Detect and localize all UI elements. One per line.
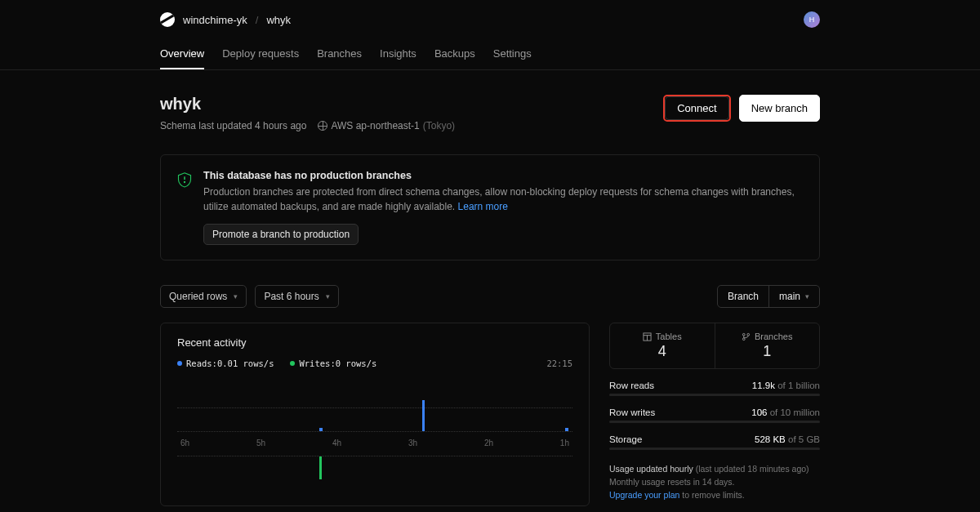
stat-tables-value: 4 [620, 343, 705, 360]
upgrade-suffix: to remove limits. [682, 490, 744, 500]
chevron-down-icon: ▾ [326, 292, 330, 301]
breadcrumb-separator: / [256, 14, 259, 26]
page-title: whyk [160, 95, 455, 114]
upgrade-link[interactable]: Upgrade your plan [609, 490, 679, 500]
branch-label: Branch [718, 286, 769, 307]
avatar[interactable]: H [804, 11, 820, 28]
dot-icon [290, 361, 295, 366]
row-reads-bar [609, 394, 820, 396]
globe-icon [318, 121, 327, 131]
tab-backups[interactable]: Backups [434, 39, 475, 69]
dot-icon [177, 361, 182, 366]
learn-more-link[interactable]: Learn more [458, 201, 508, 212]
shield-icon [177, 171, 192, 188]
svg-point-4 [747, 333, 750, 336]
promote-button[interactable]: Promote a branch to production [203, 224, 359, 245]
row-writes-value: 106 [751, 407, 767, 417]
chart-axis: 6h 5h 4h 3h 2h 1h [177, 439, 572, 447]
branch-select[interactable]: main▾ [769, 286, 819, 307]
metric-select[interactable]: Queried rows▾ [160, 285, 247, 308]
row-reads-value: 11.9k [752, 381, 775, 390]
chart-timestamp: 22:15 [546, 358, 572, 368]
tab-overview[interactable]: Overview [160, 39, 204, 69]
connect-button[interactable]: Connect [665, 96, 728, 120]
usage-note-prefix: Usage updated hourly [609, 464, 693, 474]
schema-updated: Schema last updated 4 hours ago [160, 120, 306, 131]
row-writes-label: Row writes [609, 407, 655, 417]
nav-tabs: Overview Deploy requests Branches Insigh… [160, 39, 820, 69]
row-writes-bar [609, 421, 820, 423]
breadcrumb-org[interactable]: windchime-yk [183, 14, 247, 26]
storage-bar [609, 447, 820, 450]
region: AWS ap-northeast-1 (Tokyo) [318, 120, 455, 131]
stat-branches-value: 1 [725, 343, 810, 360]
no-production-notice: This database has no production branches… [160, 154, 820, 260]
table-icon [643, 332, 652, 341]
usage-reset: Monthly usage resets in 14 days. [609, 477, 735, 487]
branch-icon [742, 332, 751, 341]
tab-deploy-requests[interactable]: Deploy requests [222, 39, 299, 69]
usage-note-suffix: (last updated 18 minutes ago) [696, 464, 809, 474]
stat-tables[interactable]: Tables 4 [610, 323, 715, 368]
svg-point-3 [742, 337, 745, 340]
region-name: AWS ap-northeast-1 [331, 120, 419, 131]
svg-point-2 [742, 333, 745, 336]
tab-insights[interactable]: Insights [380, 39, 416, 69]
storage-value: 528 KB [755, 434, 786, 444]
tab-branches[interactable]: Branches [317, 39, 362, 69]
chevron-down-icon: ▾ [805, 292, 809, 301]
new-branch-button[interactable]: New branch [739, 95, 820, 122]
logo-icon[interactable] [160, 12, 175, 27]
legend-reads: Reads:0.01 rows/s [177, 358, 274, 368]
breadcrumb: windchime-yk / whyk [160, 12, 291, 27]
row-reads-label: Row reads [609, 381, 654, 390]
svg-point-0 [184, 181, 185, 182]
tab-settings[interactable]: Settings [493, 39, 532, 69]
chart-title: Recent activity [177, 336, 572, 349]
chart-writes [177, 456, 572, 492]
connect-highlight: Connect [663, 95, 730, 122]
chart-reads [177, 383, 572, 432]
region-location: (Tokyo) [423, 120, 455, 131]
stat-branches[interactable]: Branches 1 [715, 323, 820, 368]
storage-label: Storage [609, 434, 642, 444]
chevron-down-icon: ▾ [234, 292, 238, 301]
legend-writes: Writes:0 rows/s [290, 358, 376, 368]
window-select[interactable]: Past 6 hours▾ [255, 285, 338, 308]
breadcrumb-db[interactable]: whyk [266, 14, 291, 26]
activity-chart: Recent activity Reads:0.01 rows/s Writes… [160, 323, 590, 506]
notice-title: This database has no production branches [203, 170, 803, 181]
